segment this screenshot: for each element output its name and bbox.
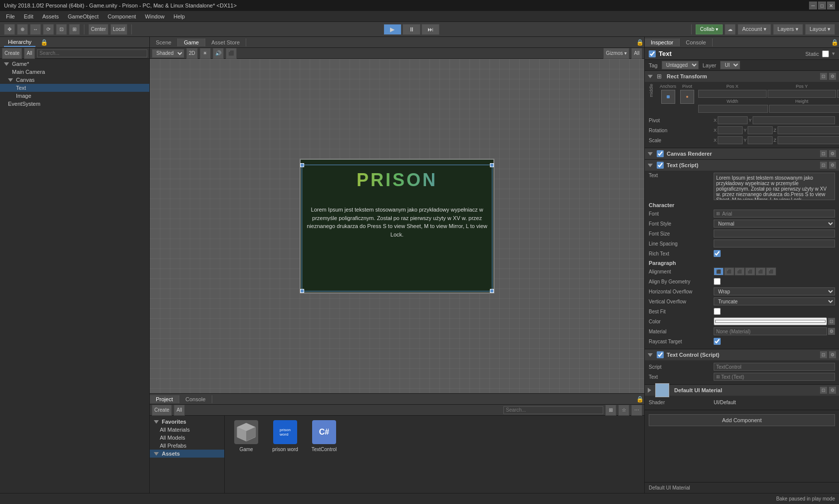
close-button[interactable]: ✕ [827,1,835,9]
align-geo-checkbox[interactable] [714,278,721,285]
menu-gameobject[interactable]: GameObject [64,12,103,20]
menu-window[interactable]: Window [141,12,168,20]
align-top-button[interactable]: ⬛ [745,267,755,275]
text-control-enabled[interactable] [657,351,664,358]
tool-hand[interactable]: ✥ [4,24,15,35]
tc-settings-button[interactable]: ⚙ [829,351,836,358]
audio-button[interactable]: 🔊 [213,48,224,59]
material-settings-button[interactable]: ⚙ [828,328,835,335]
pos-y-input[interactable]: -26.5 [768,90,836,98]
center-toggle[interactable]: Center [88,24,108,35]
material-ref[interactable]: None (Material) [714,327,827,335]
width-input[interactable]: 406.6 [698,105,768,113]
step-button[interactable]: ⏭ [421,24,439,35]
layer-select[interactable]: UI [720,61,740,69]
maximize-button[interactable]: □ [818,1,826,9]
align-center-h-button[interactable]: ⬛ [724,267,734,275]
hierarchy-item-game[interactable]: Game* [0,60,149,68]
canvas-ref-button[interactable]: ⊡ [820,150,827,157]
canvas-settings-button[interactable]: ⚙ [829,150,836,157]
tc-ref-button[interactable]: ⊡ [820,351,827,358]
text-settings-button[interactable]: ⚙ [829,162,836,169]
account-button[interactable]: Account ▾ [738,24,771,35]
all-button[interactable]: All [631,48,642,59]
line-spacing-input[interactable]: 1 [714,240,835,248]
project-create-button[interactable]: Create [152,405,172,416]
tab-scene[interactable]: Scene [150,38,178,46]
tab-asset-store[interactable]: Asset Store [205,38,246,46]
cloud-button[interactable]: ☁ [725,24,736,35]
tc-text-ref[interactable]: ⊞ Text (Text) [714,373,835,381]
pos-z-input[interactable]: 0 [837,90,839,98]
effects-button[interactable]: ⬛ [226,48,237,59]
project-all-button[interactable]: All [174,405,185,416]
lighting-button[interactable]: ☀ [200,48,211,59]
font-size-input[interactable]: 12 [714,230,835,238]
align-bottom-button[interactable]: ⬛ [766,267,776,275]
handle-bl[interactable] [300,289,304,293]
mat-settings-button[interactable]: ⚙ [829,387,836,394]
tool-rect[interactable]: ⊡ [56,24,67,35]
text-textarea[interactable] [714,173,835,200]
layout-button[interactable]: Layout ▾ [805,24,835,35]
pivot-y-input[interactable]: 0.5 [753,116,835,124]
rotation-y-input[interactable]: 0 [748,126,773,134]
tab-game[interactable]: Game [178,38,205,46]
tab-console-insp[interactable]: Console [680,38,712,46]
hierarchy-item-canvas[interactable]: Canvas [0,76,149,84]
tab-inspector[interactable]: Inspector [645,38,680,46]
sidebar-all-prefabs[interactable]: All Prefabs [150,442,224,450]
project-lock-button[interactable]: 🔒 [635,395,644,404]
scene-lock-button[interactable]: 🔒 [635,38,644,47]
menu-edit[interactable]: Edit [20,12,37,20]
pos-x-input[interactable]: 0 [698,90,767,98]
global-toggle[interactable]: Local [110,24,127,35]
horiz-overflow-dropdown[interactable]: Wrap [714,287,835,295]
hierarchy-item-image[interactable]: Image [0,92,149,100]
scene-view[interactable]: PRISON Lorem Ipsum jest tekstem stosowan… [150,59,644,393]
project-search[interactable] [503,406,603,414]
rich-text-checkbox[interactable] [714,250,721,257]
pivot-x-input[interactable]: 0.5 [718,116,748,124]
asset-textcontrol[interactable]: C# TextControl [307,420,342,452]
rect-settings-button[interactable]: ⚙ [829,73,836,80]
align-center-v-button[interactable]: ⬛ [756,267,766,275]
scale-y-input[interactable]: 1.432319 [748,136,773,144]
align-left-button[interactable]: ⬛ [714,267,724,275]
font-ref[interactable]: ⊞ Arial [714,210,835,218]
tab-hierarchy[interactable]: Hierarchy [4,38,35,47]
sidebar-all-materials[interactable]: All Materials [150,426,224,434]
menu-component[interactable]: Component [103,12,140,20]
sidebar-favorites[interactable]: Favorites [150,418,224,426]
gizmos-button[interactable]: Gizmos ▾ [603,48,629,59]
sidebar-assets[interactable]: Assets [150,450,224,458]
tag-select[interactable]: Untagged [662,61,699,69]
inspector-lock-button[interactable]: 🔒 [830,38,839,47]
vert-overflow-dropdown[interactable]: Truncate [714,297,835,305]
proj-icon-btn2[interactable]: ☆ [618,405,629,416]
static-checkbox[interactable] [822,50,829,57]
best-fit-checkbox[interactable] [714,308,721,315]
2d-button[interactable]: 2D [186,48,198,59]
add-component-button[interactable]: Add Component [649,414,835,426]
default-ui-material-header[interactable]: Default UI Material ⊡ ⚙ [645,385,839,396]
sidebar-all-models[interactable]: All Models [150,434,224,442]
hierarchy-create-button[interactable]: Create [2,48,22,59]
minimize-button[interactable]: ─ [809,1,817,9]
menu-file[interactable]: File [2,12,19,20]
pause-button[interactable]: ⏸ [403,24,420,35]
align-right-button[interactable]: ⬛ [735,267,745,275]
hierarchy-all-button[interactable]: All [24,48,35,59]
text-script-header[interactable]: Text (Script) ⊡ ⚙ [645,160,839,171]
mat-ref-button[interactable]: ⊡ [820,387,827,394]
play-button[interactable]: ▶ [384,24,402,35]
handle-br[interactable] [490,289,494,293]
raycast-checkbox[interactable] [714,338,721,345]
font-style-dropdown[interactable]: Normal [714,220,835,228]
object-enabled-checkbox[interactable] [649,50,656,57]
asset-prison-word[interactable]: prisonword prison word [268,420,303,452]
menu-help[interactable]: Help [169,12,189,20]
tool-transform[interactable]: ⊞ [69,24,80,35]
menu-assets[interactable]: Assets [38,12,63,20]
tab-project[interactable]: Project [150,395,179,403]
